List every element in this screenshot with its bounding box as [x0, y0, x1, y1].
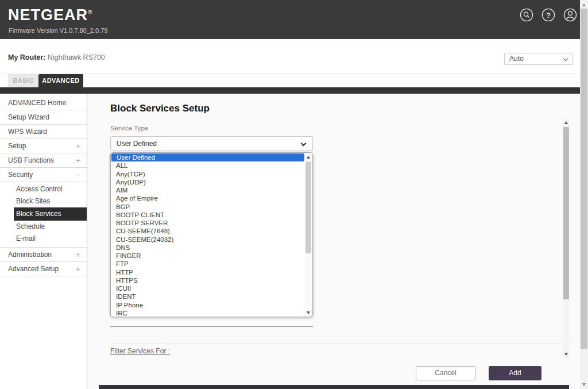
dropdown-scrollbar-thumb[interactable] — [305, 161, 311, 253]
sidebar-nav: ADVANCED HomeSetup WizardWPS WizardSetup… — [0, 94, 87, 389]
expand-plus-icon[interactable]: + — [76, 248, 80, 262]
sidebar-item-label: USB Functions — [8, 156, 54, 164]
header-icons: ? — [520, 8, 577, 22]
service-option-any-udp[interactable]: Any(UDP) — [111, 178, 304, 186]
sidebar-item-block-sites[interactable]: Block Sites — [0, 195, 87, 207]
chevron-down-icon — [301, 141, 307, 147]
sidebar-item-label: Advanced Setup — [8, 265, 59, 273]
sidebar-item-e-mail[interactable]: E-mail — [0, 233, 87, 245]
expand-plus-icon[interactable]: + — [76, 262, 80, 276]
sidebar-item-label: Block Services — [16, 210, 61, 218]
triangle-up-icon — [582, 3, 586, 6]
add-button[interactable]: Add — [489, 366, 541, 380]
content-scrollbar-thumb[interactable] — [563, 127, 569, 299]
service-type-label: Service Type — [110, 125, 148, 132]
triangle-down-icon — [307, 311, 310, 314]
service-option-ident[interactable]: IDENT — [111, 292, 304, 301]
router-admin-page: NETGEAR® Firmware Version V1.0.7.80_2.0.… — [0, 0, 588, 389]
sidebar-item-advanced-home[interactable]: ADVANCED Home — [0, 96, 87, 110]
sidebar-item-wps-wizard[interactable]: WPS Wizard — [0, 125, 87, 139]
service-option-bootp-client[interactable]: BOOTP CLIENT — [111, 211, 304, 219]
sidebar-item-administration[interactable]: Administration+ — [0, 248, 87, 262]
content-scrollbar[interactable] — [563, 119, 569, 357]
brand-text: NETGEAR — [8, 6, 88, 24]
sidebar-item-advanced-setup[interactable]: Advanced Setup+ — [0, 262, 87, 276]
sidebar-item-label: Schedule — [16, 222, 45, 230]
firmware-version: Firmware Version V1.0.7.80_2.0.79 — [9, 27, 107, 34]
sidebar-item-block-services[interactable]: Block Services — [14, 207, 87, 221]
service-type-select[interactable]: User Defined — [110, 136, 313, 151]
registered-mark: ® — [88, 9, 92, 16]
service-option-https[interactable]: HTTPS — [111, 276, 304, 284]
router-name-line: My Router: Nighthawk RS700 — [8, 53, 105, 61]
service-type-dropdown: User DefinedALLAny(TCP)Any(UDP)AIMAge of… — [110, 152, 313, 317]
scroll-down-button[interactable] — [580, 380, 588, 388]
service-option-cu-seeme-24032[interactable]: CU-SEEME(24032) — [111, 236, 304, 244]
service-option-age-of-empire[interactable]: Age of Empire — [111, 194, 304, 202]
service-option-cu-seeme-7648[interactable]: CU-SEEME(7648) — [111, 227, 304, 235]
section-divider — [109, 344, 572, 344]
filter-services-link[interactable]: Filter Services For : — [110, 347, 170, 355]
router-info-bar: My Router: Nighthawk RS700 Auto — [0, 39, 580, 74]
scroll-down-button[interactable] — [305, 309, 312, 316]
tab-basic[interactable]: BASIC — [8, 74, 38, 87]
dropdown-scrollbar[interactable] — [305, 153, 312, 316]
tab-advanced[interactable]: ADVANCED — [38, 74, 83, 87]
service-option-any-tcp[interactable]: Any(TCP) — [111, 170, 304, 178]
sidebar-item-label: WPS Wizard — [8, 128, 47, 136]
account-icon[interactable] — [563, 8, 577, 22]
tab-underline-bar — [0, 87, 580, 94]
service-options-list: User DefinedALLAny(TCP)Any(UDP)AIMAge of… — [111, 153, 304, 317]
triangle-down-icon — [564, 353, 568, 356]
service-option-dns[interactable]: DNS — [111, 244, 304, 252]
service-option-ip-phone[interactable]: IP Phone — [111, 301, 304, 309]
triangle-down-icon — [582, 383, 586, 386]
scroll-down-button[interactable] — [563, 351, 569, 357]
obscured-field-underline — [110, 326, 313, 327]
scroll-up-button[interactable] — [580, 1, 588, 9]
sidebar-item-label: Security — [8, 171, 33, 179]
scroll-up-button[interactable] — [563, 119, 569, 126]
service-option-bootp-server[interactable]: BOOTP SERVER — [111, 219, 304, 227]
page-scrollbar[interactable] — [580, 0, 588, 389]
sidebar-item-setup-wizard[interactable]: Setup Wizard — [0, 110, 87, 125]
service-option-irc[interactable]: IRC — [111, 309, 304, 317]
router-name: Nighthawk RS700 — [48, 53, 105, 61]
svg-text:?: ? — [546, 11, 551, 20]
service-option-icuii[interactable]: ICUII — [111, 284, 304, 292]
sidebar-item-usb-functions[interactable]: USB Functions+ — [0, 153, 87, 168]
language-mode-select[interactable]: Auto — [504, 53, 573, 65]
expand-plus-icon[interactable]: + — [76, 139, 80, 153]
cancel-button[interactable]: Cancel — [416, 366, 475, 380]
sidebar-item-setup[interactable]: Setup+ — [0, 139, 87, 153]
sidebar-item-label: ADVANCED Home — [8, 99, 66, 107]
help-icon[interactable]: ? — [541, 8, 555, 22]
service-option-aim[interactable]: AIM — [111, 186, 304, 194]
service-option-bgp[interactable]: BGP — [111, 203, 304, 211]
service-option-user-defined[interactable]: User Defined — [111, 153, 304, 161]
sidebar-item-access-control[interactable]: Access Control — [0, 183, 87, 195]
mode-select-value: Auto — [509, 55, 524, 63]
sidebar-subgroup: Access ControlBlock SitesBlock ServicesS… — [0, 182, 87, 248]
collapse-minus-icon[interactable]: − — [76, 168, 80, 182]
search-icon[interactable] — [520, 8, 533, 22]
sidebar-item-security[interactable]: Security− — [0, 168, 87, 182]
service-type-value: User Defined — [117, 140, 157, 148]
page-scrollbar-thumb[interactable] — [581, 9, 587, 349]
scroll-up-button[interactable] — [305, 153, 312, 160]
triangle-up-icon — [564, 121, 568, 124]
service-option-all[interactable]: ALL — [111, 161, 304, 170]
page-title: Block Services Setup — [110, 103, 210, 114]
service-option-finger[interactable]: FINGER — [111, 252, 304, 260]
sidebar-item-schedule[interactable]: Schedule — [0, 221, 87, 233]
triangle-up-icon — [307, 156, 310, 159]
netgear-logo: NETGEAR® — [8, 6, 92, 24]
footer-bar — [99, 385, 569, 389]
sidebar-item-label: Access Control — [16, 185, 63, 193]
app-header: NETGEAR® Firmware Version V1.0.7.80_2.0.… — [0, 0, 580, 39]
sidebar-item-label: Block Sites — [16, 197, 50, 205]
service-option-ftp[interactable]: FTP — [111, 260, 304, 268]
expand-plus-icon[interactable]: + — [76, 153, 80, 168]
router-label: My Router: — [8, 53, 45, 61]
service-option-http[interactable]: HTTP — [111, 268, 304, 276]
